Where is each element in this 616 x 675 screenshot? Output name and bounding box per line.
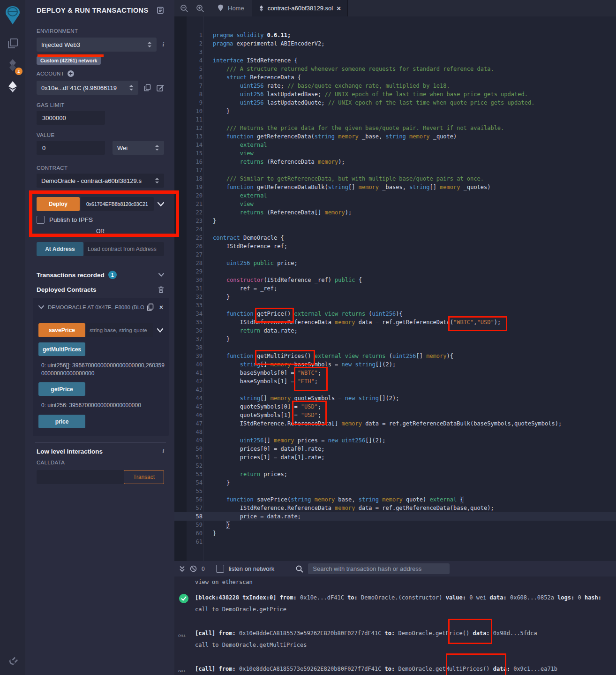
contract-select[interactable]: DemoOracle - contract-a60bf38129.s xyxy=(37,174,164,188)
transact-button[interactable]: Transact xyxy=(124,470,164,484)
environment-label: ENVIRONMENT xyxy=(37,28,164,34)
code-line: 39 function getMultiPrices() external vi… xyxy=(174,352,616,360)
plugin-manager-icon[interactable] xyxy=(0,650,25,671)
gas-limit-field[interactable] xyxy=(41,114,100,122)
terminal-toolbar: 0 listen on network xyxy=(174,561,616,576)
deploy-address-input[interactable] xyxy=(81,197,154,211)
success-check-icon xyxy=(179,594,188,603)
terminal-log-line: call to DemoOracle.getMultiPrices xyxy=(195,641,616,649)
publish-ipfs-checkbox[interactable] xyxy=(37,216,45,224)
call-badge: CALL xyxy=(178,667,186,675)
code-line: 35 IStdReference.ReferenceData memory da… xyxy=(174,318,616,326)
listen-network-label: listen on network xyxy=(229,565,275,572)
code-line: 48 xyxy=(174,428,616,436)
code-line: 33 xyxy=(174,301,616,310)
remove-contract-icon[interactable]: × xyxy=(159,303,163,311)
calldata-input[interactable] xyxy=(37,470,124,484)
network-badge: Custom (42261) network xyxy=(37,56,101,65)
low-level-title: Low level interactions xyxy=(37,448,103,455)
account-select[interactable]: 0x10e...dF41C (9.96066119 xyxy=(37,81,138,95)
tab-contract-file[interactable]: contract-a60bf38129.sol × xyxy=(252,0,348,16)
code-line: 8 uint256 lastUpdatedBase; // UNIX epoch… xyxy=(174,90,616,99)
transactions-recorded-label: Transactions recorded xyxy=(37,272,105,279)
code-content: 1pragma solidity 0.6.11;2pragma experime… xyxy=(174,31,616,546)
code-line: 24 xyxy=(174,225,616,234)
tab-home[interactable]: Home xyxy=(209,0,252,16)
sign-message-icon[interactable] xyxy=(157,84,164,91)
transactions-count-badge: 1 xyxy=(108,271,117,279)
trash-icon[interactable] xyxy=(158,286,164,293)
listen-network-checkbox[interactable] xyxy=(216,565,224,573)
code-line: 20 external xyxy=(174,191,616,200)
low-level-info-icon[interactable]: i xyxy=(162,447,164,455)
value-unit-select[interactable]: Wei xyxy=(113,141,164,155)
saveprice-args-input[interactable]: string base, string quote xyxy=(86,323,153,337)
code-line: 12 /// Returns the price data for the gi… xyxy=(174,124,616,132)
code-line: 49 uint256[] memory prices = new uint256… xyxy=(174,436,616,445)
value-label: VALUE xyxy=(37,132,164,138)
solidity-file-icon xyxy=(259,5,264,12)
getprice-result: 0: uint256: 39567000000000000000000 xyxy=(41,402,167,410)
code-editor[interactable]: 1pragma solidity 0.6.11;2pragma experime… xyxy=(174,16,616,561)
getmultiprices-button[interactable]: getMultiPrices xyxy=(38,342,85,356)
code-line: 4interface IStdReference { xyxy=(174,56,616,65)
code-line: 52 xyxy=(174,462,616,470)
code-line: 9 uint256 lastUpdatedQuote; // UNIX epoc… xyxy=(174,99,616,107)
saveprice-expand-chevron-icon[interactable] xyxy=(157,328,163,333)
code-line: 41 baseSymbols[0] = "WBTC"; xyxy=(174,369,616,377)
code-line: 30 constructor(IStdReference _ref) publi… xyxy=(174,276,616,284)
transactions-chevron-icon[interactable] xyxy=(158,273,164,277)
getprice-button[interactable]: getPrice xyxy=(38,382,85,396)
zoom-in-icon[interactable] xyxy=(196,4,204,13)
docs-icon[interactable] xyxy=(157,7,164,14)
zoom-out-icon[interactable] xyxy=(180,4,188,13)
deploy-address-field[interactable] xyxy=(85,201,149,207)
code-line: 22 returns (ReferenceData[] memory); xyxy=(174,208,616,217)
code-line: 14 external xyxy=(174,141,616,149)
add-account-icon[interactable] xyxy=(68,70,74,77)
code-line: 13 function getReferenceData(string memo… xyxy=(174,132,616,141)
value-field[interactable] xyxy=(41,144,100,152)
saveprice-button[interactable]: savePrice xyxy=(38,323,85,337)
solidity-compiler-icon[interactable]: 1 xyxy=(0,54,25,76)
deploy-and-run-icon[interactable] xyxy=(0,76,25,98)
close-tab-icon[interactable]: × xyxy=(337,4,341,12)
terminal-log-line: CALL[call] from: 0x10e8ddeCA8185573e5926… xyxy=(195,665,616,673)
environment-select[interactable]: Injected Web3 xyxy=(37,38,157,52)
panel-divider xyxy=(35,442,166,443)
code-line: 53 return prices; xyxy=(174,470,616,478)
code-line: 31 ref = _ref; xyxy=(174,284,616,293)
terminal-log-line: view on etherscan xyxy=(195,578,616,586)
or-divider: OR xyxy=(37,228,164,235)
clear-terminal-icon[interactable] xyxy=(190,565,197,572)
code-line: 7 uint256 rate; // base/quote exchange r… xyxy=(174,82,616,90)
search-icon xyxy=(296,565,303,573)
code-line: 56 function savePrice(string memory base… xyxy=(174,495,616,504)
file-explorer-icon[interactable] xyxy=(0,33,25,54)
terminal-log[interactable]: view on etherscan[block:438228 txIndex:0… xyxy=(174,576,616,675)
code-line: 43 xyxy=(174,386,616,394)
deploy-button[interactable]: Deploy xyxy=(37,197,80,211)
code-line: 3 xyxy=(174,48,616,56)
code-line: 27 xyxy=(174,250,616,259)
copy-contract-address-icon[interactable] xyxy=(147,303,154,311)
expand-terminal-icon[interactable] xyxy=(179,566,185,572)
copy-account-icon[interactable] xyxy=(144,84,151,91)
terminal-search-input[interactable] xyxy=(308,563,450,574)
value-input[interactable] xyxy=(37,141,105,155)
contract-collapse-chevron-icon[interactable] xyxy=(38,305,44,309)
gas-limit-input[interactable] xyxy=(37,111,105,125)
code-line: 51 prices[1] = data[1].rate; xyxy=(174,453,616,462)
price-button[interactable]: price xyxy=(38,415,85,428)
code-line: 19 function getReferenceDataBulk(string[… xyxy=(174,183,616,191)
environment-info-icon[interactable]: i xyxy=(162,41,164,48)
code-line: 18 /// Similar to getReferenceData, but … xyxy=(174,174,616,183)
code-line: 40 string[] memory baseSymbols = new str… xyxy=(174,360,616,369)
code-line: 5 /// A structure returned whenever some… xyxy=(174,65,616,73)
call-badge: CALL xyxy=(178,631,186,639)
deploy-expand-chevron-icon[interactable] xyxy=(158,202,164,206)
code-line: 58 price = data.rate; xyxy=(174,512,616,521)
at-address-button[interactable]: At Address xyxy=(37,242,83,256)
code-line: 6 struct ReferenceData { xyxy=(174,73,616,82)
at-address-input[interactable]: Load contract from Address xyxy=(84,242,164,256)
